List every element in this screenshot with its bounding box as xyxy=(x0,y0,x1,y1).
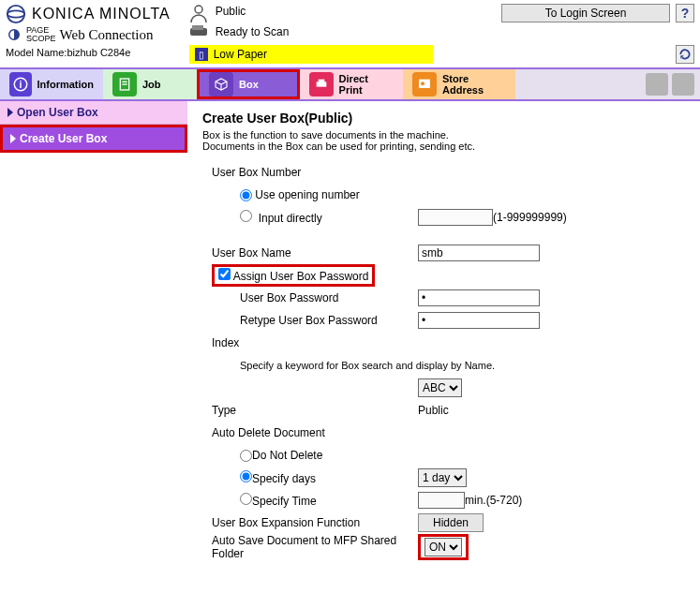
svg-point-1 xyxy=(7,10,24,17)
job-icon xyxy=(112,72,137,96)
label-userbox-number: User Box Number xyxy=(212,166,301,179)
box-icon xyxy=(209,72,233,96)
label-type: Type xyxy=(212,404,418,417)
hidden-button[interactable]: Hidden xyxy=(418,513,484,532)
tab-box[interactable]: Box xyxy=(197,69,300,99)
radio-specify-days[interactable] xyxy=(240,470,252,482)
sidebar: Open User Box Create User Box xyxy=(0,101,187,570)
paper-icon: ▯ xyxy=(195,48,208,61)
info-icon: i xyxy=(9,72,32,96)
triangle-icon xyxy=(7,108,13,117)
input-userbox-number[interactable] xyxy=(418,209,493,226)
brand-logo: KONICA MINOLTA xyxy=(6,4,171,24)
brand-text: KONICA MINOLTA xyxy=(32,6,171,22)
svg-text:i: i xyxy=(19,79,22,90)
pagescope-logo: PAGE SCOPE Web Connection xyxy=(6,26,171,43)
main-tabs: i Information Job Box Direct Print Store… xyxy=(0,67,700,101)
svg-rect-5 xyxy=(192,25,203,30)
svg-point-3 xyxy=(195,6,202,13)
help-button[interactable]: ? xyxy=(676,4,694,22)
tab-job[interactable]: Job xyxy=(103,69,197,99)
radio-specify-time[interactable] xyxy=(240,493,252,505)
login-button[interactable]: To Login Screen xyxy=(501,4,670,22)
tab-information[interactable]: i Information xyxy=(0,69,103,99)
scanner-icon xyxy=(189,24,208,39)
triangle-icon xyxy=(10,134,16,143)
input-userbox-password[interactable] xyxy=(418,289,540,306)
user-label: Public xyxy=(216,5,246,18)
value-type: Public xyxy=(418,404,449,417)
select-index[interactable]: ABC xyxy=(418,378,462,397)
status-low-paper: ▯ Low Paper xyxy=(189,45,433,64)
toolbox-icon[interactable] xyxy=(646,73,668,96)
input-retype-password[interactable] xyxy=(418,312,540,329)
label-userbox-name: User Box Name xyxy=(212,246,418,260)
highlight-assign-password: Assign User Box Password xyxy=(212,264,375,287)
label-index: Index xyxy=(212,336,239,349)
select-specify-days[interactable]: 1 day xyxy=(418,468,467,487)
print-icon xyxy=(309,72,334,96)
svg-point-14 xyxy=(421,82,424,85)
hint-index: Specify a keyword for Box search and dis… xyxy=(240,360,495,371)
page-title: Create User Box(Public) xyxy=(202,111,685,126)
svg-point-0 xyxy=(7,6,24,22)
input-userbox-name[interactable] xyxy=(418,245,540,261)
address-icon xyxy=(412,72,437,96)
label-auto-save: Auto Save Document to MFP Shared Folder xyxy=(212,534,418,560)
select-auto-save[interactable]: ON xyxy=(424,538,462,556)
input-specify-time[interactable] xyxy=(418,492,465,509)
checkbox-assign-password[interactable] xyxy=(218,268,231,280)
tab-direct-print[interactable]: Direct Print xyxy=(300,69,403,99)
user-icon xyxy=(189,4,208,19)
refresh-icon xyxy=(678,48,692,61)
page-desc-1: Box is the function to save documents in… xyxy=(202,129,685,141)
label-userbox-password: User Box Password xyxy=(240,291,418,304)
model-name: Model Name:bizhub C284e xyxy=(6,47,171,58)
card-icon[interactable] xyxy=(672,73,694,96)
radio-do-not-delete[interactable] xyxy=(240,450,252,462)
refresh-button[interactable] xyxy=(676,45,694,64)
sidebar-open-user-box[interactable]: Open User Box xyxy=(0,101,187,125)
sidebar-create-user-box[interactable]: Create User Box xyxy=(0,125,187,153)
page-desc-2: Documents in the Box can be used for pri… xyxy=(202,141,685,152)
radio-use-opening[interactable] xyxy=(240,189,252,201)
svg-rect-12 xyxy=(318,80,324,83)
status-ready: Ready to Scan xyxy=(216,25,290,38)
label-auto-delete: Auto Delete Document xyxy=(212,426,325,439)
label-retype-password: Retype User Box Password xyxy=(240,314,418,327)
highlight-auto-save: ON xyxy=(418,534,469,560)
radio-input-directly[interactable] xyxy=(240,210,252,222)
tab-store-address[interactable]: StoreAddress xyxy=(403,69,515,99)
label-expansion: User Box Expansion Function xyxy=(212,516,418,529)
